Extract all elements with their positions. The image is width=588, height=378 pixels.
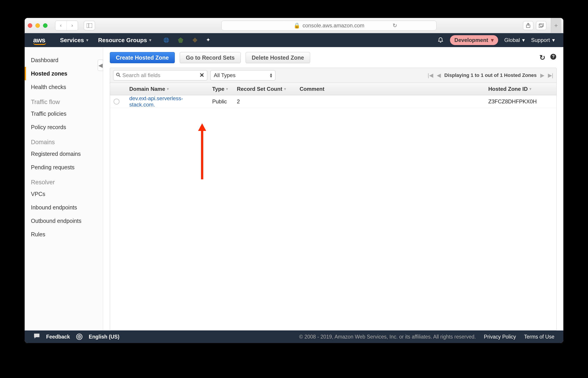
action-bar: Create Hosted Zone Go to Record Sets Del… [110, 52, 557, 63]
sidebar-section-traffic-flow: Traffic flow [25, 94, 103, 107]
pager-first-button[interactable]: |◀ [428, 72, 433, 79]
nav-services[interactable]: Services ▾ [55, 37, 93, 44]
search-icon [116, 72, 120, 79]
sidebar-item-traffic-policies[interactable]: Traffic policies [25, 107, 103, 120]
pager: |◀ ◀ Displaying 1 to 1 out of 1 Hosted Z… [428, 72, 553, 79]
close-window-button[interactable] [28, 23, 32, 28]
select-caret-icon: ▴▾ [270, 73, 272, 78]
pager-next-button[interactable]: ▶ [540, 72, 544, 79]
table-header: Domain Name▾ Type▾ Record Set Count▾ Com… [110, 83, 556, 95]
sidebar-item-outbound-endpoints[interactable]: Outbound endpoints [25, 214, 103, 228]
pager-status-text: Displaying 1 to 1 out of 1 Hosted Zones [444, 72, 537, 78]
share-button[interactable] [523, 21, 533, 30]
filter-row: Search all fields ✕ All Types ▴▾ |◀ ◀ Di… [110, 68, 556, 83]
sidebar-collapse-button[interactable]: ◀ [98, 60, 103, 71]
shortcut-icon-2[interactable] [177, 37, 184, 43]
svg-rect-0 [87, 23, 92, 28]
sidebar: ◀ Dashboard Hosted zones Health checks T… [25, 47, 103, 330]
nav-services-label: Services [60, 37, 84, 44]
pager-prev-button[interactable]: ◀ [437, 72, 441, 79]
nav-resource-groups[interactable]: Resource Groups ▾ [93, 37, 156, 44]
nav-resource-groups-label: Resource Groups [98, 37, 147, 44]
svg-rect-4 [539, 24, 542, 27]
svg-marker-7 [178, 38, 183, 43]
sidebar-item-hosted-zones[interactable]: Hosted zones [25, 67, 103, 80]
window-controls [28, 23, 51, 28]
nav-buttons: ‹ › [55, 21, 78, 30]
support-label: Support [531, 37, 550, 43]
back-button[interactable]: ‹ [55, 21, 66, 30]
sidebar-item-health-checks[interactable]: Health checks [25, 80, 103, 94]
domain-name-link[interactable]: dev.ext-api.serverless-stack.com. [129, 95, 205, 108]
table-row[interactable]: dev.ext-api.serverless-stack.com. Public… [110, 95, 556, 108]
create-hosted-zone-button[interactable]: Create Hosted Zone [110, 52, 175, 63]
region-selector[interactable]: Global ▾ [504, 37, 525, 43]
aws-logo[interactable]: aws [33, 36, 55, 44]
cell-type: Public [209, 98, 233, 105]
url-text: console.aws.amazon.com [302, 22, 364, 29]
col-type[interactable]: Type▾ [209, 86, 233, 92]
col-record-set-count[interactable]: Record Set Count▾ [233, 86, 296, 92]
browser-window: ‹ › 🔒 console.aws.amazon.com ↻ + [25, 18, 563, 343]
bell-icon[interactable] [437, 36, 444, 44]
sidebar-item-policy-records[interactable]: Policy records [25, 120, 103, 134]
svg-line-12 [119, 76, 120, 77]
shortcut-icon-1[interactable] [163, 37, 170, 43]
sidebar-item-rules[interactable]: Rules [25, 228, 103, 241]
nav-shortcut-icons: ✦ [156, 37, 213, 43]
language-selector[interactable]: English (US) [89, 334, 119, 340]
svg-point-11 [117, 73, 119, 76]
sidebar-toggle-button[interactable] [84, 21, 95, 30]
sidebar-item-registered-domains[interactable]: Registered domains [25, 147, 103, 161]
reload-icon[interactable]: ↻ [392, 22, 397, 29]
new-tab-button[interactable]: + [551, 18, 561, 33]
sidebar-section-resolver: Resolver [25, 174, 103, 187]
pager-last-button[interactable]: ▶| [548, 72, 553, 79]
table-body: dev.ext-api.serverless-stack.com. Public… [110, 95, 556, 330]
row-select-radio[interactable] [114, 99, 119, 105]
delete-hosted-zone-button[interactable]: Delete Hosted Zone [246, 52, 310, 63]
help-icon[interactable]: ? [550, 53, 557, 62]
zoom-window-button[interactable] [43, 23, 48, 28]
chevron-down-icon: ▾ [491, 37, 494, 43]
clear-search-icon[interactable]: ✕ [199, 72, 204, 79]
sidebar-item-inbound-endpoints[interactable]: Inbound endpoints [25, 201, 103, 214]
globe-icon [76, 334, 82, 340]
type-filter-select[interactable]: All Types ▴▾ [210, 70, 275, 81]
minimize-window-button[interactable] [35, 23, 40, 28]
cell-hosted-zone-id: Z3FCZ8DHFPKX0H [485, 98, 556, 105]
terms-of-use-link[interactable]: Terms of Use [524, 334, 554, 340]
browser-chrome: ‹ › 🔒 console.aws.amazon.com ↻ + [25, 18, 563, 33]
sidebar-section-domains: Domains [25, 134, 103, 147]
col-hosted-zone-id[interactable]: Hosted Zone ID▾ [485, 86, 556, 92]
go-to-record-sets-button[interactable]: Go to Record Sets [180, 52, 241, 63]
support-menu[interactable]: Support ▾ [531, 37, 555, 43]
search-input[interactable]: Search all fields ✕ [113, 70, 207, 81]
col-domain-name[interactable]: Domain Name▾ [126, 86, 209, 92]
tabs-button[interactable] [536, 21, 546, 30]
hosted-zones-panel: Search all fields ✕ All Types ▴▾ |◀ ◀ Di… [110, 68, 557, 330]
sidebar-item-vpcs[interactable]: VPCs [25, 187, 103, 201]
feedback-link[interactable]: Feedback [46, 334, 70, 340]
sidebar-item-pending-requests[interactable]: Pending requests [25, 161, 103, 174]
pin-icon[interactable]: ✦ [206, 37, 213, 43]
address-bar[interactable]: 🔒 console.aws.amazon.com ↻ [222, 21, 436, 30]
feedback-icon[interactable] [34, 333, 40, 340]
environment-selector[interactable]: Development ▾ [450, 35, 498, 45]
forward-button[interactable]: › [66, 21, 78, 30]
type-filter-label: All Types [214, 72, 235, 79]
sidebar-item-dashboard[interactable]: Dashboard [25, 53, 103, 67]
svg-marker-8 [193, 38, 197, 43]
lock-icon: 🔒 [294, 22, 300, 29]
chevron-down-icon: ▾ [149, 38, 151, 43]
chevron-down-icon: ▾ [552, 37, 555, 43]
copyright-text: © 2008 - 2019, Amazon Web Services, Inc.… [299, 334, 476, 340]
shortcut-icon-3[interactable] [192, 37, 198, 43]
aws-footer: Feedback English (US) © 2008 - 2019, Ama… [25, 330, 563, 343]
privacy-policy-link[interactable]: Privacy Policy [484, 334, 516, 340]
chevron-down-icon: ▾ [522, 37, 525, 43]
environment-label: Development [455, 37, 488, 43]
aws-top-nav: aws Services ▾ Resource Groups ▾ ✦ [25, 33, 563, 47]
col-comment[interactable]: Comment [296, 86, 485, 92]
refresh-icon[interactable]: ↻ [539, 53, 545, 62]
